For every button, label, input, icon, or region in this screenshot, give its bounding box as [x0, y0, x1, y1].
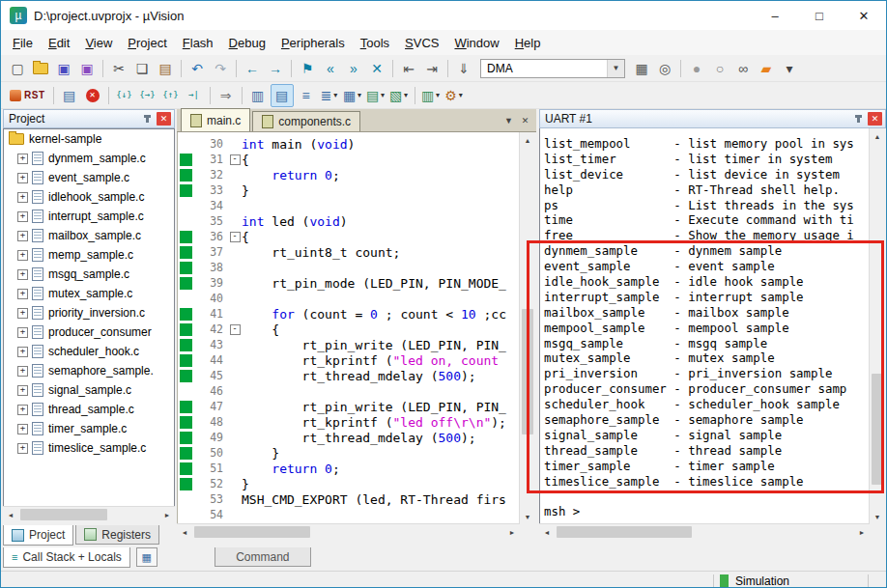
code-line-48[interactable]: 48 rt_kprintf ("led off\r\n");: [178, 414, 520, 430]
run-to-line-button[interactable]: →|: [184, 85, 205, 106]
code-line-34[interactable]: 34: [178, 198, 520, 213]
menu-help[interactable]: Help: [507, 33, 549, 53]
bookmark-next-button[interactable]: »: [343, 58, 364, 79]
scroll-up-icon[interactable]: ▲: [870, 128, 885, 144]
tree-item-mailbox_sample-c[interactable]: +mailbox_sample.c: [4, 226, 174, 245]
symbol-window-button[interactable]: ≡: [296, 85, 317, 106]
code-line-43[interactable]: 43 rt_pin_write (LED_PIN, PIN_: [178, 337, 520, 352]
code-line-30[interactable]: 30int main (void): [178, 136, 520, 152]
code-line-36[interactable]: 36-{: [178, 229, 520, 244]
redo-button[interactable]: ↷: [210, 58, 231, 79]
scrollbar-thumb[interactable]: [194, 526, 310, 538]
scroll-down-icon[interactable]: ▼: [870, 509, 885, 524]
code-line-40[interactable]: 40: [178, 291, 520, 306]
analysis-window-button[interactable]: ▧▾: [388, 85, 410, 106]
flash-tools-button[interactable]: ▰: [756, 58, 777, 79]
tree-item-dynmem_sample-c[interactable]: +dynmem_sample.c: [4, 149, 174, 168]
expander-icon[interactable]: +: [17, 173, 28, 183]
dropdown-arrow-icon[interactable]: ▾: [459, 91, 463, 99]
tree-item-semaphore_sample-[interactable]: +semaphore_sample.: [4, 361, 174, 380]
uart-pin-button[interactable]: [851, 112, 866, 126]
dropdown-arrow-icon[interactable]: ▾: [333, 91, 337, 99]
code-line-37[interactable]: 37 rt_uint8_t count;: [178, 244, 520, 260]
code-line-53[interactable]: 53MSH_CMD_EXPORT (led, RT-Thread firs: [178, 491, 520, 507]
maximize-button[interactable]: □: [797, 1, 842, 30]
expander-icon[interactable]: +: [17, 347, 28, 357]
expander-icon[interactable]: +: [17, 192, 28, 203]
uart-hscrollbar[interactable]: ◄ ►: [539, 523, 870, 540]
tree-item-timeslice_sample-c[interactable]: +timeslice_sample.c: [4, 438, 174, 458]
expander-icon[interactable]: +: [17, 443, 28, 454]
tree-item-producer_consumer[interactable]: +producer_consumer: [4, 322, 174, 342]
reset-button[interactable]: RST: [7, 85, 48, 106]
minimize-button[interactable]: –: [753, 1, 797, 30]
code-line-54[interactable]: 54: [178, 507, 520, 522]
code-line-38[interactable]: 38: [178, 260, 520, 275]
scroll-right-icon[interactable]: ►: [504, 524, 520, 540]
download-button[interactable]: ⇓: [453, 58, 474, 79]
code-line-47[interactable]: 47 rt_pin_write (LED_PIN, PIN_: [178, 399, 520, 414]
navigate-back-button[interactable]: ←: [242, 58, 263, 79]
menu-flash[interactable]: Flash: [175, 33, 221, 53]
scrollbar-thumb[interactable]: [872, 374, 883, 485]
code-line-44[interactable]: 44 rt_kprintf ("led on, count: [178, 352, 520, 368]
menu-peripherals[interactable]: Peripherals: [273, 33, 353, 53]
editor-tab-components-c[interactable]: components.c: [252, 111, 360, 131]
unindent-button[interactable]: ⇤: [398, 58, 419, 79]
breakpoint-disable-button[interactable]: ●: [686, 58, 707, 79]
code-line-35[interactable]: 35int led (void): [178, 213, 520, 229]
system-viewer-button[interactable]: ▥▾: [420, 85, 442, 106]
menu-tools[interactable]: Tools: [353, 33, 397, 53]
cut-button[interactable]: ✂: [108, 58, 129, 79]
new-file-button[interactable]: ▢: [7, 58, 28, 79]
menu-window[interactable]: Window: [446, 33, 506, 53]
tree-item-msgq_sample-c[interactable]: +msgq_sample.c: [4, 265, 174, 284]
code-line-51[interactable]: 51 return 0;: [178, 461, 520, 476]
expander-icon[interactable]: +: [17, 366, 28, 377]
expander-icon[interactable]: +: [17, 154, 28, 164]
expander-icon[interactable]: +: [17, 385, 28, 396]
code-line-39[interactable]: 39 rt_pin_mode (LED_PIN, PIN_MODE_: [178, 275, 520, 291]
code-line-49[interactable]: 49 rt_thread_mdelay (500);: [178, 430, 520, 445]
scrollbar-thumb[interactable]: [522, 309, 533, 434]
tree-root-kernel-sample[interactable]: kernel-sample: [4, 129, 174, 149]
undo-button[interactable]: ↶: [186, 58, 208, 79]
project-hscrollbar[interactable]: ◄ ►: [3, 506, 175, 522]
debug-session-button[interactable]: ▤: [59, 85, 80, 106]
tree-item-event_sample-c[interactable]: +event_sample.c: [4, 168, 174, 187]
spectacles-button[interactable]: ∞: [732, 58, 754, 79]
scroll-down-icon[interactable]: ▼: [520, 509, 535, 524]
toolbox-button[interactable]: ⚙▾: [444, 85, 465, 106]
save-all-button[interactable]: ▣: [76, 58, 98, 79]
tree-item-signal_sample-c[interactable]: +signal_sample.c: [4, 380, 174, 400]
fold-collapse-icon[interactable]: -: [230, 232, 241, 242]
editor-hscrollbar[interactable]: ◄ ►: [177, 523, 520, 540]
paste-button[interactable]: ▤: [155, 58, 176, 79]
expander-icon[interactable]: +: [17, 250, 28, 261]
menu-svcs[interactable]: SVCS: [397, 33, 446, 53]
serial-window-button[interactable]: ▤▾: [365, 85, 386, 106]
scroll-right-icon[interactable]: ►: [159, 507, 175, 522]
dropdown-arrow-icon[interactable]: ▾: [358, 91, 361, 99]
tab-close-button[interactable]: ✕: [517, 113, 533, 128]
scroll-left-icon[interactable]: ◄: [177, 524, 192, 540]
navigate-forward-button[interactable]: →: [265, 58, 286, 79]
step-over-button[interactable]: {→}: [137, 85, 158, 106]
bookmark-prev-button[interactable]: «: [320, 58, 341, 79]
command-window-button[interactable]: ▥: [247, 85, 269, 106]
expander-icon[interactable]: +: [17, 424, 28, 434]
close-button[interactable]: ✕: [842, 1, 886, 30]
expander-icon[interactable]: +: [17, 289, 28, 299]
tree-item-interrupt_sample-c[interactable]: +interrupt_sample.c: [4, 207, 174, 226]
tree-item-timer_sample-c[interactable]: +timer_sample.c: [4, 419, 174, 438]
scroll-up-icon[interactable]: ▲: [520, 132, 535, 148]
scrollbar-thumb[interactable]: [557, 526, 692, 538]
combo-dropdown-icon[interactable]: ▼: [607, 60, 624, 77]
target-select[interactable]: DMA▼: [480, 59, 625, 78]
bookmark-toggle-button[interactable]: ⚑: [297, 58, 318, 79]
code-line-45[interactable]: 45 rt_thread_mdelay (500);: [178, 368, 520, 383]
breakpoint-enable-button[interactable]: ○: [709, 58, 730, 79]
target-options-button[interactable]: ▦: [631, 58, 652, 79]
bookmark-clear-button[interactable]: ✕: [366, 58, 387, 79]
code-line-32[interactable]: 32 return 0;: [178, 167, 520, 182]
